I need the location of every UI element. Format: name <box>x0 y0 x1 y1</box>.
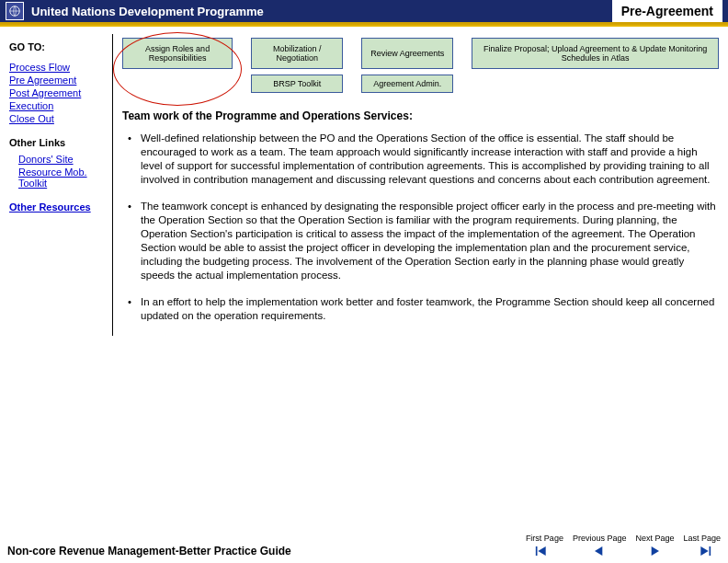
bullet-text: Well-defined relationship between the PO… <box>141 132 719 187</box>
bullet-icon: • <box>128 295 141 323</box>
previous-page-icon <box>590 545 609 557</box>
nav-label: Next Page <box>635 534 674 543</box>
svg-marker-3 <box>595 546 602 556</box>
list-item: •In an effort to help the implementation… <box>128 295 719 323</box>
next-page-icon <box>645 545 664 557</box>
goto-label: GO TO: <box>9 41 108 52</box>
link-resource-mob-toolkit[interactable]: Resource Mob. Toolkit <box>18 167 108 189</box>
link-execution[interactable]: Execution <box>9 100 108 111</box>
nav-first-page[interactable]: First Page <box>526 534 563 557</box>
nav-label: Previous Page <box>573 534 627 543</box>
list-item: •The teamwork concept is enhanced by des… <box>128 200 719 282</box>
link-pre-agreement[interactable]: Pre Agreement <box>9 75 108 86</box>
flow-box-agreement-admin[interactable]: Agreement Admin. <box>361 75 453 93</box>
flow-box-mobilization[interactable]: Mobilization / Negotiation <box>251 38 343 69</box>
sidebar: GO TO: Process Flow Pre Agreement Post A… <box>7 34 113 336</box>
content-area: GO TO: Process Flow Pre Agreement Post A… <box>0 27 728 336</box>
main-area: Assign Roles and Responsibilities Mobili… <box>113 34 721 336</box>
process-flow-row: Assign Roles and Responsibilities Mobili… <box>122 38 719 93</box>
footer-title: Non-core Revenue Management-Better Pract… <box>7 545 291 557</box>
flow-box-brsp-toolkit[interactable]: BRSP Toolkit <box>251 75 343 93</box>
nav-last-page[interactable]: Last Page <box>683 534 721 557</box>
flow-box-finalize-proposal[interactable]: Finalize Proposal; Upload Agreement to &… <box>472 38 719 69</box>
bullet-icon: • <box>128 200 141 282</box>
bullet-icon: • <box>128 132 141 187</box>
list-item: •Well-defined relationship between the P… <box>128 132 719 187</box>
bullet-text: In an effort to help the implementation … <box>141 295 719 323</box>
flow-box-assign-roles[interactable]: Assign Roles and Responsibilities <box>122 38 233 69</box>
last-page-icon <box>693 545 711 557</box>
link-close-out[interactable]: Close Out <box>9 113 108 124</box>
link-other-resources[interactable]: Other Resources <box>9 201 108 213</box>
svg-marker-5 <box>700 546 708 556</box>
svg-rect-1 <box>536 546 538 556</box>
svg-marker-4 <box>652 546 659 556</box>
undp-logo-icon <box>6 2 24 20</box>
first-page-icon <box>535 545 553 557</box>
flow-box-review-agreements[interactable]: Review Agreements <box>361 38 453 69</box>
svg-marker-2 <box>539 546 546 556</box>
page-label: Pre-Agreement <box>612 0 722 22</box>
nav-label: Last Page <box>683 534 721 543</box>
other-links-label: Other Links <box>9 137 108 148</box>
nav-next-page[interactable]: Next Page <box>635 534 674 557</box>
header-bar: United Nations Development Programme Pre… <box>0 0 728 24</box>
org-title: United Nations Development Programme <box>31 5 612 18</box>
nav-previous-page[interactable]: Previous Page <box>573 534 627 557</box>
footer: Non-core Revenue Management-Better Pract… <box>7 534 721 557</box>
bullet-list: •Well-defined relationship between the P… <box>122 132 719 322</box>
link-donors-site[interactable]: Donors' Site <box>18 154 108 165</box>
nav-label: First Page <box>526 534 563 543</box>
bullet-text: The teamwork concept is enhanced by desi… <box>141 200 719 282</box>
page-nav: First Page Previous Page Next Page Last … <box>526 534 721 557</box>
link-process-flow[interactable]: Process Flow <box>9 62 108 73</box>
svg-rect-6 <box>709 546 711 556</box>
section-heading: Team work of the Programme and Operation… <box>122 109 719 122</box>
link-post-agreement[interactable]: Post Agreement <box>9 87 108 98</box>
